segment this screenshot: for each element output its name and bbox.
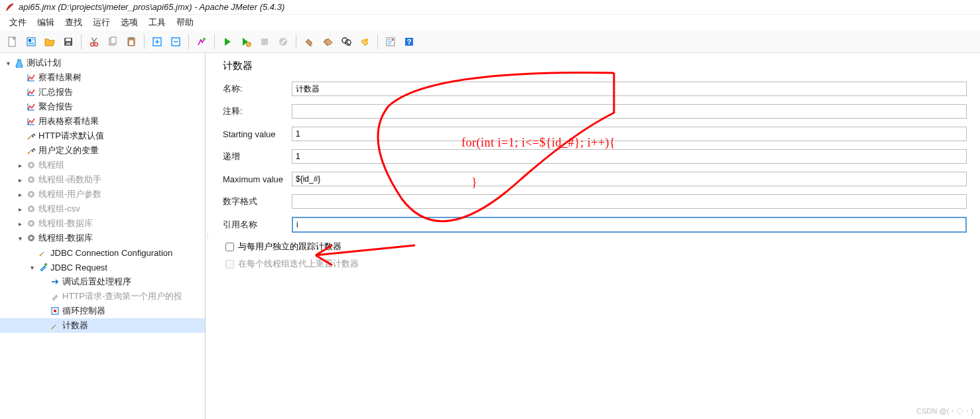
tree-item-table[interactable]: 用表格察看结果 [0,114,205,129]
chart-icon [26,87,36,97]
cut-icon[interactable] [86,33,103,50]
tree-item-summary[interactable]: 汇总报告 [0,85,205,99]
chevron-right-icon[interactable]: ▸ [16,206,24,213]
menubar: 文件 编辑 查找 运行 选项 工具 帮助 [0,15,980,30]
max-input[interactable] [292,172,967,186]
menu-run[interactable]: 运行 [88,15,115,30]
max-label: Maximum value [223,174,292,184]
tree-item-user-vars[interactable]: 用户定义的变量 [0,143,205,158]
chk-per-user[interactable]: 与每用户独立的跟踪计数器 [225,241,967,253]
templates-icon[interactable] [23,33,40,50]
tree-item-http-defaults[interactable]: HTTP请求默认值 [0,129,205,143]
comment-input[interactable] [292,104,967,119]
chk-reset-box [225,260,234,269]
chk-per-user-box[interactable] [225,243,234,251]
search-icon[interactable] [337,33,355,50]
chevron-right-icon[interactable]: ▸ [16,191,24,198]
name-input[interactable] [292,82,967,96]
save-icon[interactable] [60,33,77,50]
new-file-icon[interactable] [4,33,21,50]
reset-search-icon[interactable] [356,33,373,50]
menu-file[interactable]: 文件 [4,15,32,30]
test-plan-tree[interactable]: ▾ 测试计划 察看结果树 汇总报告 聚合报告 用表格察看结果 HTTP请求默认值… [0,53,206,419]
gear-icon [26,218,36,229]
svg-point-29 [30,164,32,166]
help-icon[interactable]: ? [400,33,418,50]
chevron-down-icon[interactable]: ▾ [4,60,12,67]
tree-item-view-results[interactable]: 察看结果树 [0,70,205,85]
svg-point-31 [30,178,32,181]
menu-help[interactable]: 帮助 [171,15,199,30]
tree-loop-controller[interactable]: 循环控制器 [0,304,205,318]
gear-icon [26,233,36,243]
chevron-right-icon[interactable]: ▸ [16,176,24,184]
chart-icon [26,101,36,112]
tree-threadgroup-5[interactable]: ▸线程组-数据库 [0,216,205,231]
dropper-icon [50,291,60,302]
open-icon[interactable] [41,33,58,50]
tree-threadgroup-4[interactable]: ▸线程组-csv [0,202,205,216]
tree-item-aggregate[interactable]: 聚合报告 [0,99,205,114]
chevron-down-icon[interactable]: ▾ [16,235,24,242]
tree-root[interactable]: ▾ 测试计划 [0,56,205,70]
annotation-text: for(int i=1; i<=${id_#}; i++){ [461,136,615,150]
clear-all-icon[interactable] [319,33,336,50]
counter-panel: 计数器 名称: 注释: Starting value 递增 Maximum va… [210,53,980,419]
paste-icon[interactable] [123,33,140,50]
tree-threadgroup-1[interactable]: ▸线程组 [0,158,205,172]
tree-threadgroup-db[interactable]: ▾线程组-数据库 [0,231,205,245]
svg-rect-3 [32,39,34,40]
chart-icon [26,72,36,83]
watermark: CSDN @(・◇・) [916,406,973,416]
collapse-icon[interactable] [167,33,184,50]
tree-http-request-dim[interactable]: HTTP请求-查询第一个用户的投 [0,289,205,304]
chevron-right-icon[interactable]: ▸ [16,220,24,227]
comment-label: 注释: [223,105,292,117]
svg-rect-11 [111,37,116,44]
start-input[interactable] [292,127,967,141]
tree-jdbc-request[interactable]: ▾JDBC Request [0,260,205,274]
toggle-icon[interactable] [193,33,210,50]
dropper-icon [38,262,48,272]
chevron-right-icon[interactable]: ▸ [16,162,24,169]
expand-icon[interactable] [149,33,166,50]
start-icon[interactable] [219,33,236,50]
format-label: 数字格式 [223,196,292,208]
menu-options[interactable]: 选项 [115,15,143,30]
shutdown-icon[interactable] [275,33,292,50]
chevron-down-icon[interactable]: ▾ [28,264,36,271]
wrench-icon [38,247,48,258]
wrench-icon [50,320,60,331]
svg-text:?: ? [407,38,412,46]
increment-label: 递增 [223,150,292,162]
tree-jdbc-config[interactable]: JDBC Connection Configuration [0,245,205,260]
svg-rect-14 [129,40,133,45]
start-label: Starting value [223,129,292,139]
function-helper-icon[interactable] [382,33,399,50]
tree-debug-post[interactable]: 调试后置处理程序 [0,274,205,289]
svg-rect-6 [66,38,71,41]
format-input[interactable] [292,194,967,209]
clear-icon[interactable] [300,33,318,50]
gear-icon [26,174,36,185]
svg-point-33 [30,193,32,196]
ref-input[interactable] [292,217,967,233]
increment-input[interactable] [292,149,967,164]
window-title: api65.jmx (D:\projects\jmeter_pros\api65… [19,2,284,12]
svg-point-35 [30,208,32,210]
tree-threadgroup-3[interactable]: ▸线程组-用户参数 [0,187,205,202]
svg-rect-4 [29,42,34,44]
tree-threadgroup-2[interactable]: ▸线程组-函数助手 [0,172,205,187]
menu-edit[interactable]: 编辑 [32,15,60,30]
svg-point-23 [365,38,368,41]
menu-tools[interactable]: 工具 [143,15,171,30]
tree-counter[interactable]: 计数器 [0,318,205,333]
window-titlebar: api65.jmx (D:\projects\jmeter_pros\api65… [0,0,980,15]
annotation-brace: } [471,176,477,190]
stop-icon[interactable] [256,33,273,50]
copy-icon[interactable] [104,33,121,50]
svg-point-40 [44,263,47,266]
start-no-pause-icon[interactable] [237,33,255,50]
menu-search[interactable]: 查找 [60,15,88,30]
app-icon [5,3,15,12]
